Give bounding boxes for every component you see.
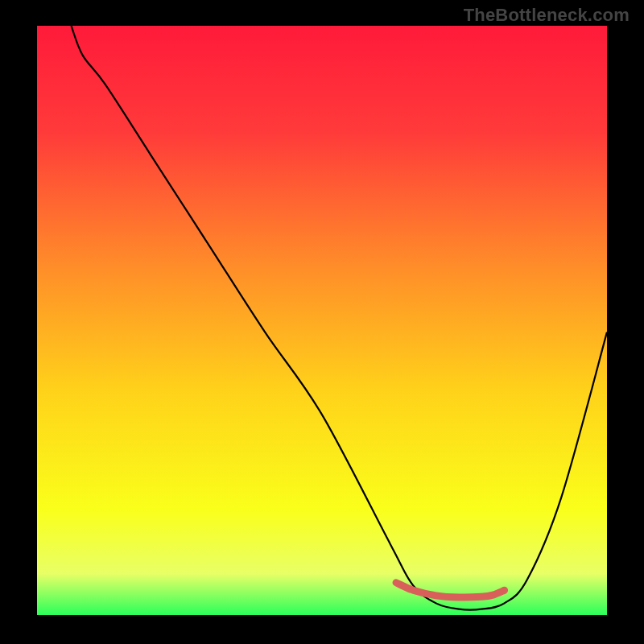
bottleneck-chart <box>0 0 644 644</box>
plot-background-gradient <box>37 26 607 615</box>
chart-frame: TheBottleneck.com <box>0 0 644 644</box>
watermark-text: TheBottleneck.com <box>464 5 630 26</box>
